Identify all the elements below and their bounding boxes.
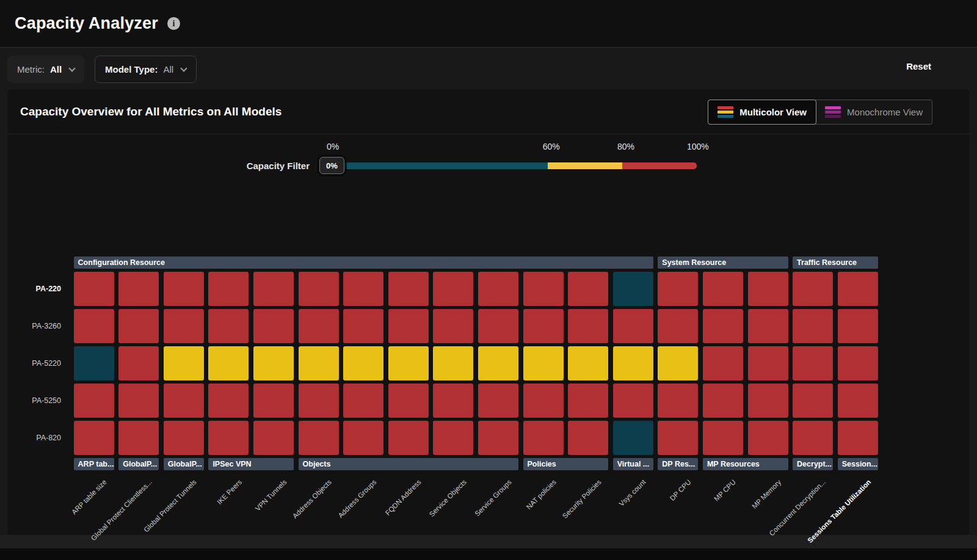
heatmap-cell[interactable] (253, 346, 294, 380)
heatmap-cell[interactable] (478, 272, 518, 306)
heatmap-cell[interactable] (613, 272, 653, 306)
heatmap-cell[interactable] (613, 384, 653, 418)
heatmap-cell[interactable] (568, 384, 608, 418)
heatmap-cell[interactable] (164, 309, 204, 343)
metric-filter-dropdown[interactable]: Metric: All (7, 56, 84, 83)
heatmap-cell[interactable] (388, 384, 429, 418)
heatmap-cell[interactable] (253, 309, 294, 343)
heatmap-cell[interactable] (118, 309, 159, 343)
heatmap-cell[interactable] (74, 346, 114, 380)
monochrome-view-button[interactable]: Monochrome View (816, 100, 932, 124)
heatmap-cell[interactable] (793, 384, 833, 418)
heatmap-cell[interactable] (388, 309, 429, 343)
heatmap-cell[interactable] (658, 384, 698, 418)
multicolor-view-button[interactable]: Multicolor View (708, 100, 816, 125)
heatmap-cell[interactable] (253, 421, 294, 455)
heatmap-cell[interactable] (478, 421, 518, 455)
heatmap-cell[interactable] (164, 272, 204, 306)
heatmap-cell[interactable] (433, 384, 473, 418)
heatmap-cell[interactable] (838, 421, 878, 455)
heatmap-cell[interactable] (703, 309, 743, 343)
heatmap-cell[interactable] (164, 346, 204, 380)
model-type-filter-dropdown[interactable]: Model Type: All (95, 56, 197, 83)
heatmap-cell[interactable] (253, 272, 294, 306)
heatmap-cell[interactable] (568, 421, 608, 455)
heatmap-cell[interactable] (658, 421, 698, 455)
heatmap-cell[interactable] (118, 346, 159, 380)
heatmap-cell[interactable] (613, 346, 653, 380)
heatmap-cell[interactable] (793, 421, 833, 455)
heatmap-cell[interactable] (658, 272, 698, 306)
heatmap-cell[interactable] (613, 421, 653, 455)
heatmap-cell[interactable] (658, 346, 698, 380)
reset-button[interactable]: Reset (906, 61, 931, 71)
heatmap-cell[interactable] (343, 309, 383, 343)
heatmap-cell[interactable] (299, 309, 339, 343)
heatmap-cell[interactable] (433, 309, 473, 343)
heatmap-cell[interactable] (433, 272, 473, 306)
heatmap-cell[interactable] (793, 309, 833, 343)
heatmap-cell[interactable] (343, 384, 383, 418)
capacity-filter-slider[interactable]: 0% 60% 80% 100% 0% (324, 162, 697, 169)
heatmap-cell[interactable] (433, 346, 473, 380)
heatmap-cell[interactable] (613, 309, 653, 343)
heatmap-cell[interactable] (253, 384, 294, 418)
slider-track[interactable] (324, 162, 697, 169)
heatmap-cell[interactable] (118, 272, 159, 306)
heatmap-cell[interactable] (208, 272, 249, 306)
heatmap-cell[interactable] (164, 421, 204, 455)
heatmap-cell[interactable] (208, 421, 249, 455)
heatmap-cell[interactable] (208, 384, 249, 418)
heatmap-cell[interactable] (388, 272, 429, 306)
row-label-PA-3260: PA-3260 (10, 309, 69, 343)
heatmap-cell[interactable] (74, 272, 114, 306)
heatmap-cell[interactable] (703, 346, 743, 380)
heatmap-cell[interactable] (299, 384, 339, 418)
heatmap-cell[interactable] (703, 421, 743, 455)
heatmap-cell[interactable] (748, 384, 788, 418)
heatmap-cell[interactable] (74, 309, 114, 343)
heatmap-cell[interactable] (388, 421, 429, 455)
heatmap-cell[interactable] (208, 309, 249, 343)
heatmap-cell[interactable] (74, 421, 114, 455)
heatmap-cell[interactable] (478, 309, 518, 343)
heatmap-cell[interactable] (164, 384, 204, 418)
heatmap-cell[interactable] (343, 272, 383, 306)
heatmap-cell[interactable] (299, 272, 339, 306)
slider-handle[interactable]: 0% (319, 157, 344, 174)
heatmap-cell[interactable] (703, 272, 743, 306)
heatmap-cell[interactable] (523, 346, 564, 380)
heatmap-cell[interactable] (118, 421, 159, 455)
heatmap-cell[interactable] (748, 309, 788, 343)
heatmap-cell[interactable] (838, 346, 878, 380)
heatmap-cell[interactable] (838, 384, 878, 418)
heatmap-cell[interactable] (299, 346, 339, 380)
heatmap-cell[interactable] (568, 346, 608, 380)
heatmap-cell[interactable] (568, 309, 608, 343)
heatmap-cell[interactable] (748, 346, 788, 380)
heatmap-cell[interactable] (478, 384, 518, 418)
heatmap-cell[interactable] (658, 309, 698, 343)
info-icon[interactable]: i (167, 17, 180, 30)
heatmap-cell[interactable] (433, 421, 473, 455)
heatmap-cell[interactable] (703, 384, 743, 418)
heatmap-cell[interactable] (299, 421, 339, 455)
heatmap-cell[interactable] (343, 421, 383, 455)
heatmap-cell[interactable] (748, 272, 788, 306)
heatmap-cell[interactable] (523, 421, 564, 455)
heatmap-cell[interactable] (74, 384, 114, 418)
heatmap-cell[interactable] (523, 272, 564, 306)
heatmap-cell[interactable] (118, 384, 159, 418)
heatmap-cell[interactable] (523, 309, 564, 343)
heatmap-cell[interactable] (478, 346, 518, 380)
heatmap-cell[interactable] (748, 421, 788, 455)
heatmap-cell[interactable] (523, 384, 564, 418)
heatmap-cell[interactable] (838, 309, 878, 343)
heatmap-cell[interactable] (838, 272, 878, 306)
heatmap-cell[interactable] (793, 346, 833, 380)
heatmap-cell[interactable] (793, 272, 833, 306)
heatmap-cell[interactable] (388, 346, 429, 380)
heatmap-cell[interactable] (568, 272, 608, 306)
heatmap-cell[interactable] (343, 346, 383, 380)
heatmap-cell[interactable] (208, 346, 249, 380)
